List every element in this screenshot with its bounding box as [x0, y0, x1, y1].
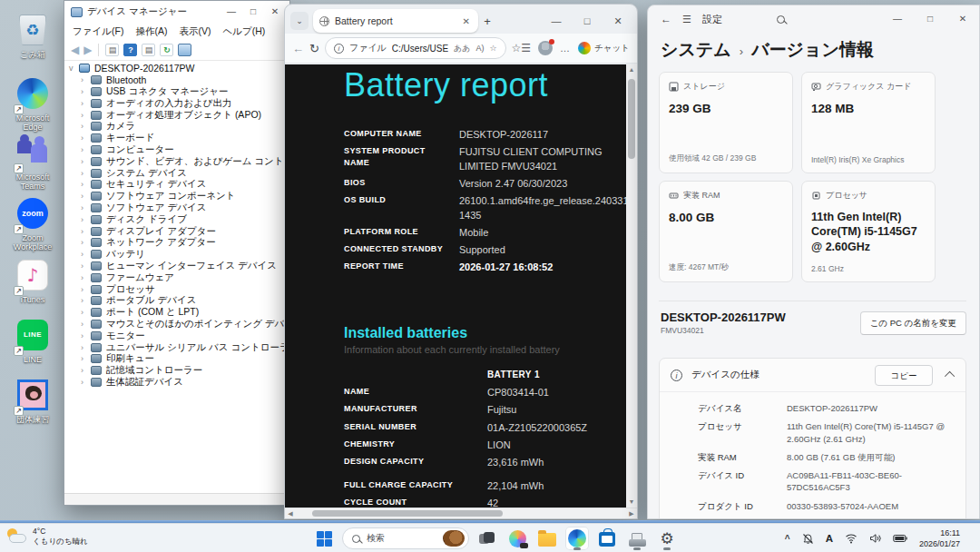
more-menu-icon[interactable]: … [560, 43, 571, 54]
device-tree-item[interactable]: › ファームウェア [64, 271, 289, 283]
favorite-star-icon[interactable]: ☆ [490, 44, 497, 53]
computer-scan-icon[interactable] [178, 44, 191, 56]
device-tree-item[interactable]: › 記憶域コントローラー [64, 365, 289, 377]
expand-chevron-icon[interactable]: › [81, 238, 91, 247]
device-tree-item[interactable]: › ソフトウェア デバイス [64, 202, 289, 214]
desktop-icon-photo-shortcut[interactable]: ↗ 団体練習 [5, 378, 60, 425]
properties-icon[interactable]: ▤ [142, 44, 155, 56]
task-view-button[interactable] [475, 527, 499, 550]
tab-close-icon[interactable]: ✕ [461, 16, 472, 26]
expand-chevron-icon[interactable]: › [81, 296, 91, 305]
device-spec-header[interactable]: i デバイスの仕様 コピー [660, 359, 965, 392]
tab-search-chevron-icon[interactable]: ⌄ [290, 12, 309, 30]
address-bar[interactable]: i ファイル C:/Users/USER... ああ A) ☆ [325, 37, 506, 59]
device-tree-item[interactable]: › カメラ [64, 121, 289, 133]
breadcrumb-parent[interactable]: システム [661, 38, 731, 62]
expand-chevron-icon[interactable]: › [81, 285, 91, 294]
device-tree-item[interactable]: › ディスプレイ アダプター [64, 225, 289, 237]
device-tree-item[interactable]: › USB コネクタ マネージャー [64, 86, 289, 98]
desktop-icon-itunes[interactable]: ♪↗ iTunes [5, 258, 60, 305]
device-tree-item[interactable]: › ポート (COM と LPT) [64, 307, 289, 319]
start-button[interactable] [312, 527, 336, 550]
device-tree-item[interactable]: › プロセッサ [64, 283, 289, 295]
maximize-button[interactable]: □ [914, 6, 946, 32]
close-button[interactable]: ✕ [264, 4, 286, 20]
expand-chevron-icon[interactable]: › [81, 308, 91, 317]
scroll-up-icon[interactable]: ▲ [626, 64, 637, 75]
device-tree-item[interactable]: › サウンド、ビデオ、およびゲーム コントローラー [64, 155, 289, 167]
expand-chevron-icon[interactable]: › [81, 145, 91, 154]
favorites-icon[interactable]: ☆☰ [512, 42, 532, 54]
horizontal-scroll-thumb[interactable] [312, 510, 503, 517]
expand-chevron-icon[interactable]: › [81, 169, 91, 178]
taskbar-clock[interactable]: 16:11 2026/01/27 [919, 527, 960, 549]
device-tree-item[interactable]: › バッテリ [64, 249, 289, 261]
page-info-icon[interactable]: i [334, 44, 344, 54]
back-icon[interactable]: ◀ [71, 44, 79, 55]
refresh-icon[interactable]: ↻ [309, 42, 319, 55]
expand-chevron-icon[interactable]: › [81, 215, 91, 224]
device-tree-item[interactable]: › ソフトウェア コンポーネント [64, 191, 289, 202]
rename-pc-button[interactable]: この PC の名前を変更 [860, 311, 966, 335]
settings-button[interactable]: ⚙ [655, 527, 679, 550]
profile-avatar[interactable] [538, 41, 553, 55]
desktop-icon-teams[interactable]: ↗ Microsoft Teams [5, 136, 60, 192]
ime-indicator[interactable]: A [826, 533, 833, 544]
scroll-left-icon[interactable]: ◀ [285, 508, 296, 519]
horizontal-scrollbar[interactable]: ◀ ▶ [285, 508, 637, 518]
file-explorer-button[interactable] [535, 527, 559, 550]
scroll-right-icon[interactable]: ▶ [626, 508, 637, 519]
device-tree-item[interactable]: › システム デバイス [64, 167, 289, 179]
back-icon[interactable]: ← [292, 42, 304, 55]
copy-button[interactable]: コピー [875, 365, 933, 386]
expand-chevron-icon[interactable]: › [81, 320, 91, 329]
device-tree-item[interactable]: › Bluetooth [64, 74, 289, 86]
expand-chevron-icon[interactable]: › [81, 122, 91, 131]
chevron-up-icon[interactable] [945, 371, 955, 381]
speaker-icon[interactable] [869, 533, 881, 544]
minimize-button[interactable]: — [541, 10, 572, 32]
vertical-scroll-thumb[interactable] [628, 79, 635, 159]
menu-item[interactable]: 操作(A) [135, 25, 167, 38]
desktop-icon-zoom[interactable]: zoom↗ Zoom Workplace [5, 196, 60, 252]
device-tree-item[interactable]: › オーディオの入力および出力 [64, 97, 289, 109]
maximize-button[interactable]: □ [572, 10, 603, 32]
expand-chevron-icon[interactable]: › [81, 192, 91, 201]
wifi-icon[interactable] [845, 533, 858, 544]
close-button[interactable]: ✕ [603, 10, 633, 32]
expand-chevron-icon[interactable]: › [81, 250, 91, 259]
minimize-button[interactable]: — [881, 6, 914, 32]
url-text[interactable]: C:/Users/USER... [392, 44, 448, 54]
battery-status-icon[interactable] [893, 534, 907, 543]
back-icon[interactable]: ← [661, 13, 671, 25]
device-tree-item[interactable]: › コンピューター [64, 144, 289, 156]
device-tree-root[interactable]: v DESKTOP-2026117PW [64, 63, 289, 74]
device-tree-item[interactable]: › ディスク ドライブ [64, 213, 289, 225]
translate-icon[interactable]: ああ [454, 43, 470, 54]
edge-button[interactable] [565, 527, 589, 550]
expand-chevron-icon[interactable]: › [81, 157, 91, 166]
expand-chevron-icon[interactable]: › [81, 366, 91, 375]
new-tab-button[interactable]: + [478, 15, 496, 28]
hidden-icons-chevron[interactable]: ^ [785, 534, 790, 544]
device-manager-button[interactable] [625, 527, 649, 550]
forward-icon[interactable]: ▶ [83, 44, 92, 55]
expand-chevron-icon[interactable]: › [81, 273, 91, 282]
expand-chevron-icon[interactable]: › [81, 331, 91, 340]
expand-chevron-icon[interactable]: › [81, 378, 91, 387]
device-tree-item[interactable]: › キーボード [64, 133, 289, 144]
menu-item[interactable]: ヘルプ(H) [222, 25, 265, 38]
scan-hardware-icon[interactable]: ↻ [160, 44, 173, 56]
desktop-icon-line[interactable]: LINE↗ LINE [5, 318, 60, 365]
device-tree-item[interactable]: › セキュリティ デバイス [64, 179, 289, 191]
desktop-icon-recycle-bin[interactable]: ♻ ごみ箱 [5, 13, 60, 60]
list-view-icon[interactable]: ▤ [105, 44, 119, 56]
expand-chevron-icon[interactable]: › [81, 99, 91, 108]
desktop-icon-edge[interactable]: ↗ Microsoft Edge [5, 76, 60, 133]
expand-chevron-icon[interactable]: › [81, 203, 91, 212]
scroll-down-icon[interactable]: ▼ [626, 497, 637, 508]
notifications-off-icon[interactable] [802, 533, 814, 545]
read-aloud-icon[interactable]: A) [476, 44, 485, 53]
expand-chevron-icon[interactable]: › [81, 87, 91, 96]
device-tree-item[interactable]: › ヒューマン インターフェイス デバイス [64, 261, 289, 272]
